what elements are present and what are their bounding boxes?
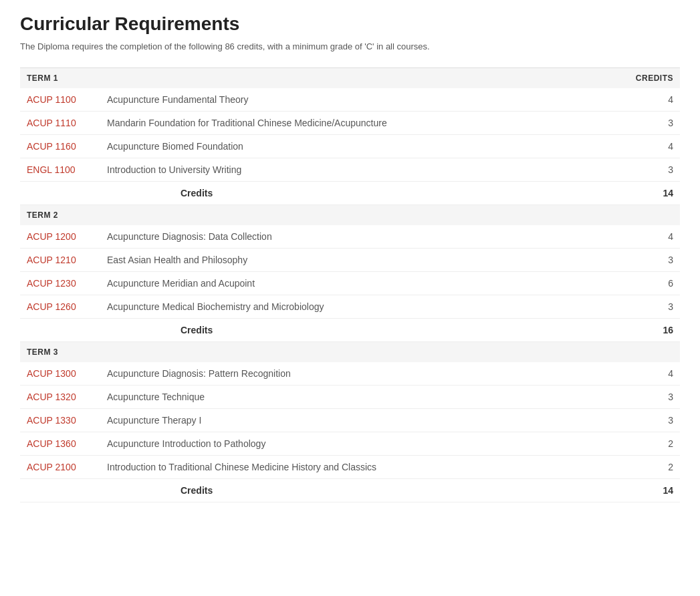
course-link[interactable]: ENGL 1100 xyxy=(27,164,76,175)
term-header-3: TERM 3 xyxy=(20,342,680,363)
course-name: Acupuncture Introduction to Pathology xyxy=(100,432,626,456)
course-name: Acupuncture Medical Biochemistry and Mic… xyxy=(100,295,626,319)
term-header-1: TERM 1CREDITS xyxy=(20,68,680,89)
course-code: ACUP 1300 xyxy=(20,362,100,386)
page-subtitle: The Diploma requires the completion of t… xyxy=(20,41,680,51)
course-code: ACUP 1360 xyxy=(20,432,100,456)
term-totals-3: Credits14 xyxy=(20,479,680,502)
credits-total: 14 xyxy=(626,479,680,502)
course-code: ACUP 1320 xyxy=(20,386,100,409)
course-credits: 2 xyxy=(626,456,680,479)
course-code: ACUP 1200 xyxy=(20,225,100,249)
credits-header-3 xyxy=(626,342,680,363)
course-name: Introduction to University Writing xyxy=(100,158,626,182)
course-credits: 4 xyxy=(626,362,680,386)
course-link[interactable]: ACUP 1360 xyxy=(27,438,76,449)
table-row: ACUP 1260Acupuncture Medical Biochemistr… xyxy=(20,295,680,319)
course-credits: 3 xyxy=(626,249,680,272)
credits-label: Credits xyxy=(100,479,626,502)
course-name: Acupuncture Diagnosis: Pattern Recogniti… xyxy=(100,362,626,386)
course-link[interactable]: ACUP 1300 xyxy=(27,368,76,379)
curricular-requirements-table: TERM 1CREDITSACUP 1100Acupuncture Fundam… xyxy=(20,67,680,502)
credits-header-1: CREDITS xyxy=(626,68,680,89)
course-code: ACUP 1100 xyxy=(20,88,100,112)
course-link[interactable]: ACUP 1110 xyxy=(27,118,76,128)
course-credits: 3 xyxy=(626,295,680,319)
course-link[interactable]: ACUP 1160 xyxy=(27,141,76,152)
table-row: ENGL 1100Introduction to University Writ… xyxy=(20,158,680,182)
credits-total: 16 xyxy=(626,319,680,342)
course-credits: 3 xyxy=(626,409,680,432)
credits-label: Credits xyxy=(100,319,626,342)
table-row: ACUP 1110Mandarin Foundation for Traditi… xyxy=(20,112,680,135)
course-name: Acupuncture Therapy I xyxy=(100,409,626,432)
table-row: ACUP 1200Acupuncture Diagnosis: Data Col… xyxy=(20,225,680,249)
course-name: Introduction to Traditional Chinese Medi… xyxy=(100,456,626,479)
table-row: ACUP 1330Acupuncture Therapy I3 xyxy=(20,409,680,432)
course-link[interactable]: ACUP 1200 xyxy=(27,231,76,242)
course-credits: 4 xyxy=(626,225,680,249)
credits-header-2 xyxy=(626,205,680,226)
course-name: Acupuncture Biomed Foundation xyxy=(100,135,626,158)
credits-total: 14 xyxy=(626,182,680,205)
course-name: East Asian Health and Philosophy xyxy=(100,249,626,272)
course-link[interactable]: ACUP 1210 xyxy=(27,255,76,265)
course-code: ACUP 1260 xyxy=(20,295,100,319)
course-code: ACUP 1330 xyxy=(20,409,100,432)
course-code: ACUP 1230 xyxy=(20,272,100,295)
table-row: ACUP 1230Acupuncture Meridian and Acupoi… xyxy=(20,272,680,295)
course-credits: 2 xyxy=(626,432,680,456)
course-link[interactable]: ACUP 1320 xyxy=(27,392,76,402)
course-name: Acupuncture Fundamental Theory xyxy=(100,88,626,112)
course-code: ACUP 1210 xyxy=(20,249,100,272)
table-row: ACUP 1300Acupuncture Diagnosis: Pattern … xyxy=(20,362,680,386)
table-row: ACUP 2100Introduction to Traditional Chi… xyxy=(20,456,680,479)
course-code: ACUP 2100 xyxy=(20,456,100,479)
course-code: ENGL 1100 xyxy=(20,158,100,182)
page-title: Curricular Requirements xyxy=(20,13,680,35)
table-row: ACUP 1100Acupuncture Fundamental Theory4 xyxy=(20,88,680,112)
table-row: ACUP 1210East Asian Health and Philosoph… xyxy=(20,249,680,272)
course-link[interactable]: ACUP 1330 xyxy=(27,415,76,426)
table-row: ACUP 1320Acupuncture Technique3 xyxy=(20,386,680,409)
course-credits: 4 xyxy=(626,135,680,158)
course-code: ACUP 1110 xyxy=(20,112,100,135)
course-link[interactable]: ACUP 1100 xyxy=(27,94,76,105)
course-name: Acupuncture Technique xyxy=(100,386,626,409)
term-label-2: TERM 2 xyxy=(20,205,626,226)
term-totals-2: Credits16 xyxy=(20,319,680,342)
table-row: ACUP 1360Acupuncture Introduction to Pat… xyxy=(20,432,680,456)
term-label-1: TERM 1 xyxy=(20,68,626,89)
course-credits: 3 xyxy=(626,112,680,135)
course-link[interactable]: ACUP 1260 xyxy=(27,301,76,312)
course-name: Acupuncture Diagnosis: Data Collection xyxy=(100,225,626,249)
course-name: Mandarin Foundation for Traditional Chin… xyxy=(100,112,626,135)
term-label-3: TERM 3 xyxy=(20,342,626,363)
course-credits: 6 xyxy=(626,272,680,295)
course-name: Acupuncture Meridian and Acupoint xyxy=(100,272,626,295)
course-credits: 4 xyxy=(626,88,680,112)
course-credits: 3 xyxy=(626,158,680,182)
term-header-2: TERM 2 xyxy=(20,205,680,226)
course-code: ACUP 1160 xyxy=(20,135,100,158)
course-link[interactable]: ACUP 2100 xyxy=(27,462,76,472)
term-totals-1: Credits14 xyxy=(20,182,680,205)
course-link[interactable]: ACUP 1230 xyxy=(27,278,76,289)
credits-label: Credits xyxy=(100,182,626,205)
course-credits: 3 xyxy=(626,386,680,409)
table-row: ACUP 1160Acupuncture Biomed Foundation4 xyxy=(20,135,680,158)
